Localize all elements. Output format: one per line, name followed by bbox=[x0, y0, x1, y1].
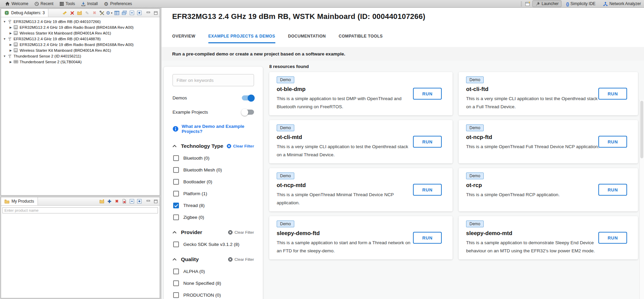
checkbox[interactable] bbox=[173, 269, 179, 274]
checkbox[interactable] bbox=[173, 155, 179, 161]
expander-icon[interactable]: ▼ bbox=[3, 54, 6, 58]
run-button[interactable]: RUN bbox=[413, 232, 442, 244]
filter-section-provider: Provider Clear Filter Gecko SDK Suite v3… bbox=[172, 229, 254, 247]
tab-overview[interactable]: OVERVIEW bbox=[172, 34, 196, 43]
expander-icon[interactable]: ▶ bbox=[9, 43, 13, 46]
toggle-knob bbox=[241, 109, 248, 116]
maximize-icon[interactable] bbox=[153, 199, 159, 204]
maximize-icon[interactable] bbox=[153, 10, 159, 16]
tree-row[interactable]: ▼ Thunderboard Sense 2 (ID:440156211) bbox=[1, 53, 160, 59]
collapse-all-icon[interactable] bbox=[129, 199, 135, 204]
topbar-item-tools[interactable]: Tools bbox=[56, 1, 78, 6]
filter-checkbox-row[interactable]: PRODUCTION (0) bbox=[173, 292, 254, 298]
disconnect-adapter-icon[interactable] bbox=[69, 10, 75, 16]
remove-file-icon[interactable] bbox=[121, 199, 127, 204]
view-menu-icon[interactable]: ⚙▼ bbox=[107, 10, 112, 16]
run-button[interactable]: RUN bbox=[598, 232, 627, 244]
tree-row[interactable]: ▶ EFR32MG13 2.4 GHz 19 dBm Radio Board (… bbox=[1, 42, 160, 47]
topbar-item-preferences[interactable]: ⚙ Preferences bbox=[101, 1, 135, 7]
new-group-icon[interactable] bbox=[77, 10, 83, 16]
tree-row[interactable]: ▶ EFR32MG13 2.4 GHz 19 dBm Radio Board (… bbox=[1, 24, 160, 30]
filter-checkbox-row[interactable]: Bluetooth Mesh (0) bbox=[173, 167, 254, 173]
home-icon bbox=[5, 1, 10, 6]
table-copy-icon[interactable] bbox=[121, 10, 127, 16]
filter-checkbox-row[interactable]: Thread (8) bbox=[173, 203, 254, 208]
scrollbar-thumb[interactable] bbox=[640, 101, 643, 158]
chevron-up-icon[interactable] bbox=[172, 258, 177, 261]
filter-checkbox-row[interactable]: Bluetooth (0) bbox=[173, 155, 254, 161]
rocket-icon bbox=[535, 2, 540, 6]
checkbox[interactable] bbox=[173, 179, 179, 185]
tab-documentation[interactable]: DOCUMENTATION bbox=[288, 34, 326, 43]
tab-compatible-tools[interactable]: COMPATIBLE TOOLS bbox=[339, 34, 383, 43]
filter-checkbox-row[interactable]: ALPHA (0) bbox=[173, 269, 254, 274]
clear-filter-button[interactable]: Clear Filter bbox=[227, 144, 254, 148]
tab-example-projects-demos[interactable]: EXAMPLE PROJECTS & DEMOS bbox=[208, 34, 275, 43]
perspective-launcher[interactable]: Launcher bbox=[532, 0, 561, 7]
open-perspective-icon[interactable] bbox=[525, 1, 531, 7]
radio-board-icon bbox=[13, 42, 18, 47]
collapse-all-icon[interactable] bbox=[129, 10, 135, 16]
filter-checkbox-row[interactable]: Bootloader (0) bbox=[173, 179, 254, 185]
device-tools-icon[interactable] bbox=[99, 10, 105, 16]
filter-checkbox-row[interactable]: Zigbee (0) bbox=[173, 214, 254, 220]
clear-filter-button[interactable]: Clear Filter bbox=[228, 257, 254, 262]
product-name-input[interactable] bbox=[2, 207, 158, 213]
delete-icon[interactable]: ✖ bbox=[92, 10, 97, 16]
chevron-up-icon[interactable] bbox=[172, 231, 177, 234]
tree-row[interactable]: ▼ EFR32MG13 2.4 GHz 19 dBm RB (ID:440107… bbox=[1, 19, 160, 24]
tb-board-icon bbox=[13, 60, 18, 64]
topbar-item-welcome[interactable]: Welcome bbox=[2, 1, 31, 6]
expander-icon[interactable]: ▶ bbox=[9, 26, 13, 29]
expander-icon[interactable]: ▶ bbox=[9, 49, 13, 52]
filter-checkbox-row[interactable]: Gecko SDK Suite v3.1.2 (8) bbox=[173, 242, 254, 247]
vertical-scrollbar[interactable] bbox=[639, 100, 644, 299]
my-products-tab[interactable]: My Products bbox=[1, 197, 38, 205]
filter-checkbox-row[interactable]: Platform (1) bbox=[173, 191, 254, 197]
perspective-simplicity-ide[interactable]: { } Simplicity IDE bbox=[563, 0, 598, 7]
topbar-item-install[interactable]: Install bbox=[78, 1, 101, 6]
run-button[interactable]: RUN bbox=[413, 184, 442, 196]
connect-adapter-icon[interactable] bbox=[62, 10, 68, 16]
filter-checkbox-row[interactable]: None Specified (8) bbox=[173, 280, 254, 286]
checkbox[interactable] bbox=[173, 191, 179, 197]
topbar-item-recent[interactable]: Recent bbox=[31, 1, 56, 6]
keyword-filter-input[interactable] bbox=[172, 74, 254, 86]
checkbox[interactable] bbox=[173, 214, 179, 220]
expander-icon[interactable]: ▶ bbox=[9, 31, 13, 35]
expander-icon[interactable]: ▶ bbox=[9, 60, 13, 64]
expander-icon[interactable]: ▼ bbox=[3, 20, 6, 23]
card-title: sleepy-demo-ftd bbox=[277, 230, 320, 236]
toggle-switch[interactable] bbox=[242, 110, 254, 115]
expander-icon[interactable]: ▼ bbox=[3, 37, 6, 41]
rename-icon[interactable]: ✎ bbox=[84, 10, 90, 16]
minimize-icon[interactable] bbox=[145, 199, 151, 204]
chevron-up-icon[interactable] bbox=[172, 145, 177, 147]
run-button[interactable]: RUN bbox=[598, 88, 627, 100]
checkbox[interactable] bbox=[173, 167, 179, 173]
expand-all-icon[interactable] bbox=[136, 199, 142, 204]
debug-adapters-tab[interactable]: Debug Adapters: 3 bbox=[1, 9, 48, 17]
checkbox[interactable] bbox=[173, 280, 179, 286]
tree-row[interactable]: ▶ Wireless Starter Kit Mainboard (BRD400… bbox=[1, 47, 160, 53]
what-are-demos-link[interactable]: What are Demo and Example Projects? bbox=[182, 124, 254, 134]
add-product-icon[interactable]: ✚ bbox=[107, 199, 112, 204]
checkbox[interactable] bbox=[173, 242, 179, 247]
tree-row[interactable]: ▼ EFR32MG13 2.4 GHz 19 dBm RB (ID:440148… bbox=[1, 36, 160, 42]
expand-all-icon[interactable] bbox=[136, 10, 142, 16]
run-button[interactable]: RUN bbox=[413, 88, 442, 100]
tree-row[interactable]: ▶ Wireless Starter Kit Mainboard (BRD400… bbox=[1, 30, 160, 36]
minimize-icon[interactable] bbox=[145, 10, 151, 16]
run-button[interactable]: RUN bbox=[598, 136, 627, 148]
run-button[interactable]: RUN bbox=[413, 136, 442, 148]
table-view-icon[interactable] bbox=[114, 10, 120, 16]
clear-filter-button[interactable]: Clear Filter bbox=[228, 230, 254, 235]
checkbox[interactable] bbox=[173, 203, 179, 208]
checkbox[interactable] bbox=[173, 292, 179, 298]
run-button[interactable]: RUN bbox=[598, 184, 627, 196]
new-folder-icon[interactable] bbox=[99, 199, 105, 204]
tree-row[interactable]: ▶ Thunderboard Sense 2 (SLTB004A) bbox=[1, 59, 160, 65]
perspective-network-analyzer[interactable]: Network Analyzer bbox=[600, 0, 644, 7]
delete-product-icon[interactable]: ✖ bbox=[114, 199, 120, 204]
toggle-switch[interactable] bbox=[242, 95, 254, 100]
